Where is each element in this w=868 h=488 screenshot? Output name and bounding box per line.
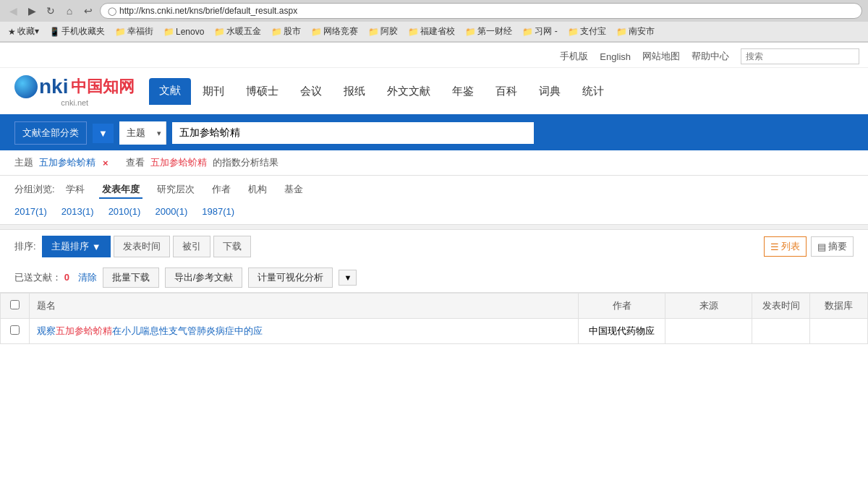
export-button[interactable]: 导出/参考文献 bbox=[165, 267, 243, 288]
bookmark-mobile[interactable]: 📱 手机收藏夹 bbox=[46, 24, 109, 39]
list-icon: ☰ bbox=[770, 241, 779, 252]
nav-label: 百科 bbox=[495, 85, 517, 97]
bookmark-nanan[interactable]: 📁 南安市 bbox=[613, 24, 658, 39]
group-tab-author[interactable]: 作者 bbox=[209, 181, 234, 199]
main-navigation: 文献 期刊 博硕士 会议 报纸 外文文献 年鉴 百科 词典 统计 bbox=[149, 78, 854, 105]
abstract-view-button[interactable]: ▤ 摘要 bbox=[811, 236, 854, 257]
column-header-title: 题名 bbox=[30, 294, 579, 319]
results-table: 题名 作者 来源 发表时间 数据库 观察五加参蛤蚧精在小儿喘息性支气管肺炎病症中 bbox=[0, 293, 868, 344]
row-checkbox[interactable] bbox=[10, 325, 20, 335]
back-button[interactable]: ◀ bbox=[6, 4, 20, 18]
folder-icon: 📁 bbox=[522, 27, 533, 37]
view-section: ☰ 列表 ▤ 摘要 bbox=[764, 236, 854, 257]
batch-download-button[interactable]: 批量下载 bbox=[103, 267, 159, 288]
bookmark-finance[interactable]: 📁 第一财经 bbox=[461, 24, 516, 39]
search-input[interactable] bbox=[172, 122, 534, 144]
bookmark-label: 第一财经 bbox=[477, 25, 512, 38]
filter-view-suffix: 的指数分析结果 bbox=[213, 156, 278, 169]
clear-selection-button[interactable]: 清除 bbox=[78, 271, 97, 284]
group-tab-subject[interactable]: 学科 bbox=[63, 181, 88, 199]
bookmark-label: 幸福街 bbox=[127, 25, 153, 38]
undo-button[interactable]: ↩ bbox=[81, 4, 95, 18]
filter-section: 主题 五加参蛤蚧精 × 查看 五加参蛤蚧精 的指数分析结果 bbox=[0, 150, 868, 176]
nav-item-literature[interactable]: 文献 bbox=[149, 78, 191, 105]
search-bar: 文献全部分类 ▼ 主题 ▾ bbox=[0, 116, 868, 150]
top-search-input[interactable] bbox=[741, 48, 859, 64]
bookmarks-star[interactable]: ★ 收藏▾ bbox=[4, 24, 43, 39]
db-header-label: 数据库 bbox=[825, 300, 853, 311]
bookmark-alipay[interactable]: 📁 支付宝 bbox=[564, 24, 610, 39]
group-browse-section: 分组浏览: 学科 发表年度 研究层次 作者 机构 基金 bbox=[0, 176, 868, 202]
filter-tags: 主题 五加参蛤蚧精 × 查看 五加参蛤蚧精 的指数分析结果 bbox=[14, 156, 854, 169]
nav-item-foreign[interactable]: 外文文献 bbox=[377, 79, 441, 104]
year-filter-1987[interactable]: 1987(1) bbox=[202, 206, 234, 217]
sitemap-link[interactable]: 网站地图 bbox=[642, 50, 680, 63]
group-browse-label: 分组浏览: bbox=[14, 184, 55, 194]
sort-by-cited-button[interactable]: 被引 bbox=[173, 236, 210, 257]
folder-icon: 📁 bbox=[568, 27, 579, 37]
category-dropdown-button[interactable]: ▼ bbox=[93, 124, 114, 143]
nav-item-conference[interactable]: 会议 bbox=[290, 79, 332, 104]
bookmark-lenovo[interactable]: 📁 Lenovo bbox=[160, 25, 208, 38]
mobile-link[interactable]: 手机版 bbox=[560, 50, 588, 63]
nav-item-statistics[interactable]: 统计 bbox=[572, 79, 614, 104]
nav-item-encyclopedia[interactable]: 百科 bbox=[485, 79, 527, 104]
forward-button[interactable]: ▶ bbox=[25, 4, 39, 18]
logo-brand: nki 中国知网 bbox=[14, 75, 135, 98]
bookmark-happiness[interactable]: 📁 幸福街 bbox=[111, 24, 157, 39]
nav-item-journal[interactable]: 期刊 bbox=[192, 79, 234, 104]
column-header-check bbox=[1, 294, 30, 319]
nav-label: 统计 bbox=[582, 85, 604, 97]
refresh-button[interactable]: ↻ bbox=[43, 4, 58, 18]
english-link[interactable]: English bbox=[600, 51, 631, 62]
bookmark-ejiao[interactable]: 📁 阿胶 bbox=[365, 24, 401, 39]
year-filter-2013[interactable]: 2013(1) bbox=[61, 206, 94, 217]
mobile-icon: 📱 bbox=[49, 27, 60, 37]
sort-by-topic-button[interactable]: 主题排序 ▼ bbox=[42, 236, 111, 257]
search-category-dropdown[interactable]: 文献全部分类 bbox=[14, 121, 87, 145]
help-link[interactable]: 帮助中心 bbox=[692, 50, 729, 63]
sort-by-download-button[interactable]: 下载 bbox=[213, 236, 251, 257]
list-view-button[interactable]: ☰ 列表 bbox=[764, 236, 807, 257]
year-filter-2010[interactable]: 2010(1) bbox=[109, 206, 141, 217]
index-analysis-link[interactable]: 五加参蛤蚧精 bbox=[150, 156, 207, 169]
nav-item-yearbook[interactable]: 年鉴 bbox=[442, 79, 484, 104]
analysis-button[interactable]: 计量可视化分析 bbox=[248, 267, 333, 288]
select-all-checkbox[interactable] bbox=[10, 300, 20, 309]
bookmark-hardware[interactable]: 📁 水暖五金 bbox=[210, 24, 265, 39]
star-label: 收藏▾ bbox=[17, 25, 39, 38]
bookmark-xiwang[interactable]: 📁 习网 - bbox=[519, 24, 561, 39]
folder-icon: 📁 bbox=[214, 27, 225, 37]
filter-close-button[interactable]: × bbox=[103, 158, 109, 168]
globe-icon bbox=[14, 75, 38, 98]
group-tab-institution[interactable]: 机构 bbox=[245, 181, 270, 199]
bookmark-label: 手机收藏夹 bbox=[61, 25, 105, 38]
home-button[interactable]: ⌂ bbox=[62, 4, 77, 18]
row-checkbox-cell bbox=[1, 319, 30, 344]
logo-domain: cnki.net bbox=[61, 98, 88, 107]
sort-by-date-button[interactable]: 发表时间 bbox=[114, 236, 170, 257]
dropdown-arrow: ▼ bbox=[98, 128, 108, 139]
nav-item-thesis[interactable]: 博硕士 bbox=[236, 79, 289, 104]
analysis-dropdown-button[interactable]: ▼ bbox=[339, 270, 357, 286]
field-dropdown-arrow[interactable]: ▾ bbox=[153, 124, 166, 143]
bookmark-stock[interactable]: 📁 股市 bbox=[268, 24, 305, 39]
group-tab-level[interactable]: 研究层次 bbox=[154, 181, 197, 199]
nav-item-newspaper[interactable]: 报纸 bbox=[333, 79, 375, 104]
nav-label: 报纸 bbox=[344, 85, 365, 97]
nav-item-dictionary[interactable]: 词典 bbox=[529, 79, 571, 104]
column-header-date: 发表时间 bbox=[752, 294, 810, 319]
nav-label: 文献 bbox=[159, 84, 181, 96]
row-db-cell bbox=[810, 319, 868, 344]
search-field-label: 主题 bbox=[119, 121, 153, 145]
bookmark-school[interactable]: 📁 福建省校 bbox=[404, 24, 459, 39]
year-filter-2017[interactable]: 2017(1) bbox=[14, 206, 47, 217]
result-title-link[interactable]: 观察五加参蛤蚧精在小儿喘息性支气管肺炎病症中的应 bbox=[37, 325, 263, 336]
year-filter-2000[interactable]: 2000(1) bbox=[155, 206, 187, 217]
bookmark-competition[interactable]: 📁 网络竞赛 bbox=[307, 24, 362, 39]
group-tab-year[interactable]: 发表年度 bbox=[99, 181, 142, 199]
group-tab-fund[interactable]: 基金 bbox=[281, 181, 306, 199]
nav-label: 外文文献 bbox=[387, 85, 430, 97]
folder-icon: 📁 bbox=[163, 27, 174, 37]
address-bar[interactable]: ◯ http://kns.cnki.net/kns/brief/default_… bbox=[100, 3, 862, 19]
